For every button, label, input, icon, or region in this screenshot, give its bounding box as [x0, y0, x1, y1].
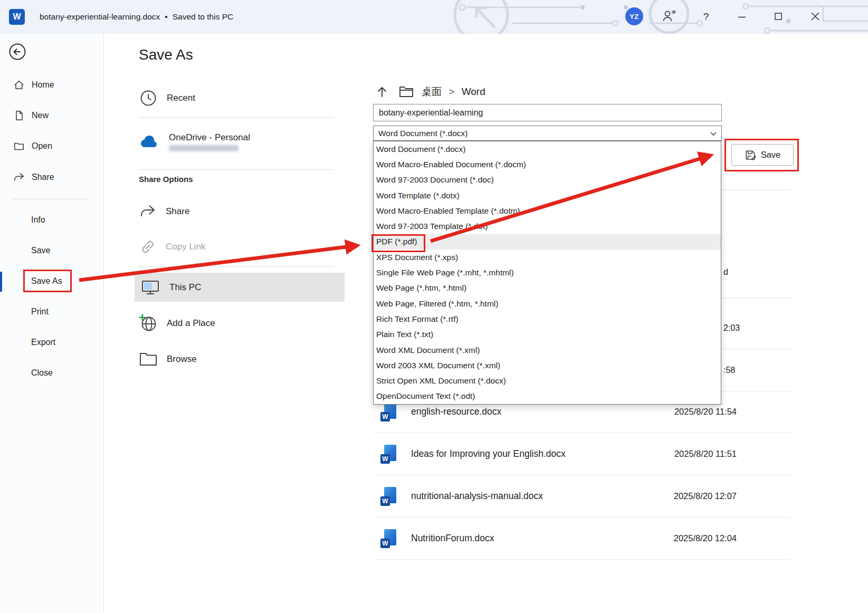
- sidebar-item-label: Home: [32, 80, 54, 90]
- this-pc-icon: [140, 279, 160, 296]
- filetype-option-label: Plain Text (*.txt): [376, 330, 433, 339]
- filetype-option[interactable]: Word Macro-Enabled Document (*.docm): [374, 157, 721, 172]
- filetype-option[interactable]: Strict Open XML Document (*.docx): [374, 373, 721, 388]
- filetype-option-label: XPS Document (*.xps): [376, 253, 458, 262]
- filetype-option[interactable]: Word Document (*.docx): [374, 141, 721, 157]
- filetype-option-label: PDF (*.pdf): [376, 237, 417, 246]
- breadcrumb-folder: [399, 85, 414, 98]
- close-button[interactable]: [806, 7, 824, 25]
- breadcrumb-separator: >: [449, 86, 454, 97]
- file-row[interactable]: W nutritional-analysis-manual.docx 2025/…: [373, 475, 791, 518]
- maximize-button[interactable]: [769, 7, 787, 25]
- place-this-pc[interactable]: This PC: [135, 273, 345, 302]
- filetype-option-label: Rich Text Format (*.rtf): [376, 314, 459, 324]
- word-app-icon: W: [9, 9, 25, 25]
- file-name: Ideas for Improving your English.docx: [411, 448, 566, 459]
- minimize-icon: [738, 13, 746, 21]
- word-file-icon: W: [380, 529, 396, 548]
- sidebar-item-print[interactable]: Print: [31, 305, 49, 318]
- sidebar-item-share[interactable]: Share: [0, 166, 104, 188]
- place-label: Copy Link: [166, 242, 206, 252]
- filetype-option-label: Word XML Document (*.xml): [376, 346, 480, 355]
- sidebar-item-save-as[interactable]: Save As: [31, 275, 62, 288]
- sidebar-item-open[interactable]: Open: [0, 135, 104, 157]
- help-button[interactable]: ?: [697, 8, 715, 26]
- page-title: Save As: [139, 46, 193, 63]
- recent-files-list: W english-resource.docx 2025/8/20 11:54 …: [373, 391, 791, 560]
- filetype-option[interactable]: Web Page, Filtered (*.htm, *.html): [374, 296, 721, 311]
- help-icon: ?: [703, 11, 709, 23]
- file-name: NutritionForum.docx: [411, 533, 494, 544]
- clipped-text-fragment: :58: [723, 366, 735, 375]
- breadcrumb-current[interactable]: Word: [462, 86, 485, 97]
- place-label: Add a Place: [167, 318, 215, 329]
- filetype-option[interactable]: Word Template (*.dotx): [374, 188, 721, 203]
- filetype-option-label: Web Page, Filtered (*.htm, *.html): [376, 299, 498, 309]
- share-arrow-icon: [139, 203, 157, 221]
- filetype-option[interactable]: XPS Document (*.xps): [374, 250, 721, 265]
- sidebar-item-save[interactable]: Save: [31, 244, 50, 257]
- sidebar-item-label: Export: [31, 338, 55, 347]
- back-button[interactable]: [9, 43, 26, 60]
- filetype-option-label: Word Document (*.docx): [376, 145, 465, 154]
- file-row[interactable]: W NutritionForum.docx 2025/8/20 12:04: [373, 518, 791, 560]
- filetype-option[interactable]: Web Page (*.htm, *.html): [374, 281, 721, 296]
- place-label: Recent: [167, 93, 195, 103]
- word-file-icon: W: [380, 403, 396, 422]
- add-place-globe-icon: [139, 314, 158, 333]
- word-save-as-backstage: W botany-experiential-learning.docx • Sa…: [0, 0, 868, 613]
- filetype-option[interactable]: Word 97-2003 Document (*.doc): [374, 173, 721, 188]
- filetype-option[interactable]: Word 97-2003 Template (*.dot): [374, 218, 721, 234]
- redacted-email: [169, 145, 239, 151]
- maximize-icon: [774, 12, 783, 21]
- place-add-a-place[interactable]: Add a Place: [139, 310, 345, 337]
- place-onedrive[interactable]: OneDrive - Personal: [139, 126, 345, 158]
- filetype-option[interactable]: PDF (*.pdf): [374, 234, 721, 250]
- save-button[interactable]: Save: [731, 144, 794, 166]
- backstage-sidebar: Home New Open Share Info Save: [0, 34, 104, 613]
- filetype-selected-value: Word Document (*.docx): [378, 129, 468, 138]
- filetype-option[interactable]: Word 2003 XML Document (*.xml): [374, 358, 721, 373]
- back-arrow-icon: [9, 43, 26, 60]
- sidebar-item-info[interactable]: Info: [31, 214, 45, 226]
- chevron-down-icon: [710, 131, 717, 136]
- minimize-button[interactable]: [733, 8, 751, 26]
- filetype-option[interactable]: Rich Text Format (*.rtf): [374, 311, 721, 327]
- place-recent[interactable]: Recent: [139, 84, 345, 112]
- filetype-option[interactable]: Word Macro-Enabled Template (*.dotm): [374, 203, 721, 218]
- save-status: Saved to this PC: [173, 12, 233, 22]
- filetype-option[interactable]: OpenDocument Text (*.odt): [374, 389, 721, 404]
- place-browse[interactable]: Browse: [139, 346, 345, 373]
- new-document-icon: [13, 110, 25, 121]
- open-folder-icon: [13, 140, 25, 152]
- file-row[interactable]: W Ideas for Improving your English.docx …: [373, 433, 791, 475]
- user-avatar[interactable]: YZ: [625, 7, 643, 25]
- breadcrumb-root[interactable]: 桌面: [422, 86, 442, 97]
- sidebar-item-label: Info: [31, 215, 45, 225]
- filetype-option[interactable]: Word XML Document (*.xml): [374, 342, 721, 358]
- filetype-option-label: OpenDocument Text (*.odt): [376, 391, 475, 401]
- filetype-option-label: Web Page (*.htm, *.html): [376, 283, 466, 293]
- save-icon: [745, 149, 756, 161]
- place-share[interactable]: Share: [139, 198, 345, 225]
- sidebar-item-new[interactable]: New: [0, 104, 104, 127]
- sidebar-item-export[interactable]: Export: [31, 336, 55, 349]
- filetype-option-label: Single File Web Page (*.mht, *.mhtml): [376, 268, 514, 277]
- folder-icon: [399, 85, 414, 98]
- navigate-up-button[interactable]: [376, 85, 388, 98]
- word-file-icon: W: [380, 487, 396, 506]
- breadcrumb: 桌面 > Word: [422, 85, 485, 99]
- place-copy-link[interactable]: Copy Link: [139, 233, 345, 261]
- filetype-option[interactable]: Single File Web Page (*.mht, *.mhtml): [374, 265, 721, 280]
- filetype-select[interactable]: Word Document (*.docx): [373, 126, 722, 141]
- clipped-text-fragment: d: [723, 267, 728, 277]
- word-file-icon: W: [380, 445, 396, 464]
- filetype-option[interactable]: Plain Text (*.txt): [374, 327, 721, 342]
- filename-input[interactable]: [373, 104, 722, 121]
- filetype-option-label: Word Macro-Enabled Template (*.dotm): [376, 206, 520, 216]
- filetype-option-label: Word Template (*.dotx): [376, 191, 460, 200]
- sidebar-item-close[interactable]: Close: [31, 367, 53, 379]
- share-people-button[interactable]: [660, 7, 678, 25]
- sidebar-item-home[interactable]: Home: [0, 74, 104, 96]
- titlebar: W botany-experiential-learning.docx • Sa…: [0, 0, 868, 34]
